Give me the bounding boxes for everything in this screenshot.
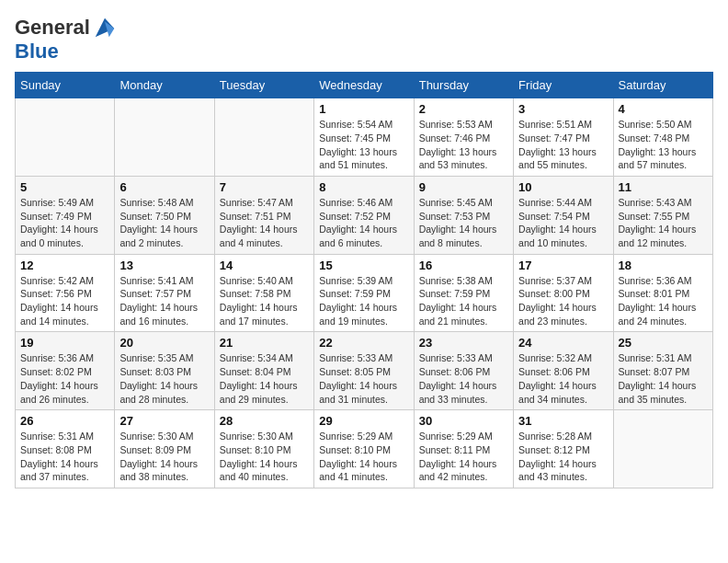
cell-info-text: Sunrise: 5:29 AM Sunset: 8:11 PM Dayligh… <box>419 430 508 484</box>
cell-info-text: Sunrise: 5:36 AM Sunset: 8:02 PM Dayligh… <box>20 351 109 406</box>
calendar-cell: 8Sunrise: 5:46 AM Sunset: 7:52 PM Daylig… <box>314 176 414 254</box>
cell-info-text: Sunrise: 5:48 AM Sunset: 7:50 PM Dayligh… <box>119 196 209 250</box>
calendar-cell: 24Sunrise: 5:32 AM Sunset: 8:06 PM Dayli… <box>514 332 613 410</box>
cell-day-number: 5 <box>20 180 109 194</box>
weekday-header-cell: Friday <box>514 73 613 98</box>
calendar-week-row: 1Sunrise: 5:54 AM Sunset: 7:45 PM Daylig… <box>16 98 713 177</box>
cell-day-number: 28 <box>220 414 309 428</box>
cell-info-text: Sunrise: 5:38 AM Sunset: 7:59 PM Dayligh… <box>419 274 508 328</box>
cell-day-number: 14 <box>220 259 309 272</box>
logo-blue: Blue <box>15 40 118 63</box>
calendar-body: 1Sunrise: 5:54 AM Sunset: 7:45 PM Daylig… <box>16 98 713 488</box>
calendar-cell: 3Sunrise: 5:51 AM Sunset: 7:47 PM Daylig… <box>514 98 613 177</box>
calendar-cell: 28Sunrise: 5:30 AM Sunset: 8:10 PM Dayli… <box>214 410 313 488</box>
cell-info-text: Sunrise: 5:49 AM Sunset: 7:49 PM Dayligh… <box>20 196 109 250</box>
cell-info-text: Sunrise: 5:47 AM Sunset: 7:51 PM Dayligh… <box>220 196 309 250</box>
calendar-week-row: 5Sunrise: 5:49 AM Sunset: 7:49 PM Daylig… <box>16 176 713 254</box>
cell-day-number: 27 <box>119 414 209 428</box>
calendar-cell: 21Sunrise: 5:34 AM Sunset: 8:04 PM Dayli… <box>214 332 313 410</box>
cell-info-text: Sunrise: 5:33 AM Sunset: 8:06 PM Dayligh… <box>419 351 508 406</box>
calendar-cell: 23Sunrise: 5:33 AM Sunset: 8:06 PM Dayli… <box>414 332 513 410</box>
calendar-cell: 6Sunrise: 5:48 AM Sunset: 7:50 PM Daylig… <box>115 176 214 254</box>
calendar-cell: 2Sunrise: 5:53 AM Sunset: 7:46 PM Daylig… <box>414 98 513 177</box>
cell-info-text: Sunrise: 5:51 AM Sunset: 7:47 PM Dayligh… <box>518 118 608 172</box>
calendar-cell: 14Sunrise: 5:40 AM Sunset: 7:58 PM Dayli… <box>214 254 313 332</box>
cell-info-text: Sunrise: 5:31 AM Sunset: 8:07 PM Dayligh… <box>619 351 708 406</box>
cell-info-text: Sunrise: 5:30 AM Sunset: 8:10 PM Dayligh… <box>220 430 309 484</box>
cell-day-number: 20 <box>119 336 209 350</box>
calendar-cell: 7Sunrise: 5:47 AM Sunset: 7:51 PM Daylig… <box>214 176 313 254</box>
cell-info-text: Sunrise: 5:54 AM Sunset: 7:45 PM Dayligh… <box>319 118 408 172</box>
page-header: General Blue <box>15 15 713 63</box>
cell-info-text: Sunrise: 5:53 AM Sunset: 7:46 PM Dayligh… <box>419 118 508 172</box>
calendar-cell: 11Sunrise: 5:43 AM Sunset: 7:55 PM Dayli… <box>613 176 712 254</box>
calendar-cell: 12Sunrise: 5:42 AM Sunset: 7:56 PM Dayli… <box>16 254 115 332</box>
cell-info-text: Sunrise: 5:50 AM Sunset: 7:48 PM Dayligh… <box>619 118 708 172</box>
calendar-cell: 20Sunrise: 5:35 AM Sunset: 8:03 PM Dayli… <box>115 332 214 410</box>
cell-day-number: 26 <box>20 414 109 428</box>
cell-day-number: 6 <box>119 180 209 194</box>
cell-info-text: Sunrise: 5:41 AM Sunset: 7:57 PM Dayligh… <box>119 274 209 328</box>
cell-info-text: Sunrise: 5:34 AM Sunset: 8:04 PM Dayligh… <box>220 351 309 406</box>
cell-info-text: Sunrise: 5:32 AM Sunset: 8:06 PM Dayligh… <box>518 351 608 406</box>
weekday-header-cell: Monday <box>115 73 214 98</box>
calendar-cell: 4Sunrise: 5:50 AM Sunset: 7:48 PM Daylig… <box>613 98 712 177</box>
weekday-header-cell: Saturday <box>613 73 712 98</box>
cell-info-text: Sunrise: 5:37 AM Sunset: 8:00 PM Dayligh… <box>518 274 608 328</box>
cell-day-number: 15 <box>319 259 408 272</box>
calendar-week-row: 12Sunrise: 5:42 AM Sunset: 7:56 PM Dayli… <box>16 254 713 332</box>
cell-info-text: Sunrise: 5:30 AM Sunset: 8:09 PM Dayligh… <box>119 430 209 484</box>
cell-day-number: 29 <box>319 414 408 428</box>
calendar-cell: 27Sunrise: 5:30 AM Sunset: 8:09 PM Dayli… <box>115 410 214 488</box>
calendar-cell <box>613 410 712 488</box>
cell-day-number: 21 <box>220 336 309 350</box>
cell-day-number: 1 <box>319 102 408 116</box>
cell-day-number: 30 <box>419 414 508 428</box>
cell-info-text: Sunrise: 5:40 AM Sunset: 7:58 PM Dayligh… <box>220 274 309 328</box>
calendar-cell: 9Sunrise: 5:45 AM Sunset: 7:53 PM Daylig… <box>414 176 513 254</box>
cell-day-number: 24 <box>518 336 608 350</box>
calendar-cell: 31Sunrise: 5:28 AM Sunset: 8:12 PM Dayli… <box>514 410 613 488</box>
cell-day-number: 23 <box>419 336 508 350</box>
cell-day-number: 13 <box>119 259 209 272</box>
weekday-header-cell: Wednesday <box>314 73 414 98</box>
calendar-cell <box>16 98 115 177</box>
cell-day-number: 10 <box>518 180 608 194</box>
cell-day-number: 4 <box>619 102 708 116</box>
calendar-week-row: 26Sunrise: 5:31 AM Sunset: 8:08 PM Dayli… <box>16 410 713 488</box>
calendar-cell: 15Sunrise: 5:39 AM Sunset: 7:59 PM Dayli… <box>314 254 414 332</box>
cell-info-text: Sunrise: 5:46 AM Sunset: 7:52 PM Dayligh… <box>319 196 408 250</box>
cell-info-text: Sunrise: 5:39 AM Sunset: 7:59 PM Dayligh… <box>319 274 408 328</box>
weekday-header-cell: Tuesday <box>214 73 313 98</box>
cell-info-text: Sunrise: 5:43 AM Sunset: 7:55 PM Dayligh… <box>619 196 708 250</box>
calendar-cell: 1Sunrise: 5:54 AM Sunset: 7:45 PM Daylig… <box>314 98 414 177</box>
calendar-table: SundayMondayTuesdayWednesdayThursdayFrid… <box>15 72 713 488</box>
cell-day-number: 18 <box>619 259 708 272</box>
logo: General Blue <box>15 15 118 63</box>
cell-info-text: Sunrise: 5:36 AM Sunset: 8:01 PM Dayligh… <box>619 274 708 328</box>
calendar-cell: 16Sunrise: 5:38 AM Sunset: 7:59 PM Dayli… <box>414 254 513 332</box>
calendar-cell: 13Sunrise: 5:41 AM Sunset: 7:57 PM Dayli… <box>115 254 214 332</box>
cell-day-number: 16 <box>419 259 508 272</box>
cell-info-text: Sunrise: 5:45 AM Sunset: 7:53 PM Dayligh… <box>419 196 508 250</box>
cell-day-number: 8 <box>319 180 408 194</box>
calendar-cell: 10Sunrise: 5:44 AM Sunset: 7:54 PM Dayli… <box>514 176 613 254</box>
calendar-cell: 26Sunrise: 5:31 AM Sunset: 8:08 PM Dayli… <box>16 410 115 488</box>
cell-info-text: Sunrise: 5:35 AM Sunset: 8:03 PM Dayligh… <box>119 351 209 406</box>
cell-day-number: 25 <box>619 336 708 350</box>
cell-info-text: Sunrise: 5:33 AM Sunset: 8:05 PM Dayligh… <box>319 351 408 406</box>
calendar-cell: 17Sunrise: 5:37 AM Sunset: 8:00 PM Dayli… <box>514 254 613 332</box>
calendar-cell: 29Sunrise: 5:29 AM Sunset: 8:10 PM Dayli… <box>314 410 414 488</box>
logo-icon <box>92 15 118 40</box>
cell-day-number: 31 <box>518 414 608 428</box>
calendar-cell: 19Sunrise: 5:36 AM Sunset: 8:02 PM Dayli… <box>16 332 115 410</box>
calendar-cell: 5Sunrise: 5:49 AM Sunset: 7:49 PM Daylig… <box>16 176 115 254</box>
calendar-week-row: 19Sunrise: 5:36 AM Sunset: 8:02 PM Dayli… <box>16 332 713 410</box>
cell-day-number: 17 <box>518 259 608 272</box>
calendar-cell: 18Sunrise: 5:36 AM Sunset: 8:01 PM Dayli… <box>613 254 712 332</box>
weekday-header-cell: Sunday <box>16 73 115 98</box>
calendar-cell: 30Sunrise: 5:29 AM Sunset: 8:11 PM Dayli… <box>414 410 513 488</box>
cell-info-text: Sunrise: 5:31 AM Sunset: 8:08 PM Dayligh… <box>20 430 109 484</box>
cell-day-number: 11 <box>619 180 708 194</box>
cell-info-text: Sunrise: 5:42 AM Sunset: 7:56 PM Dayligh… <box>20 274 109 328</box>
